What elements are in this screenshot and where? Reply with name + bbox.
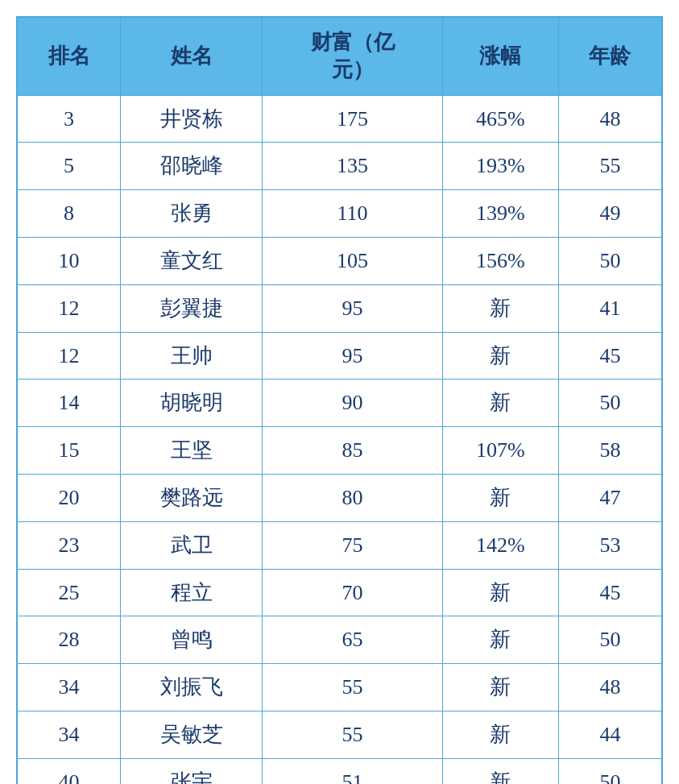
- cell-wealth: 105: [263, 237, 443, 284]
- cell-age: 50: [558, 616, 662, 664]
- cell-name: 曾鸣: [121, 616, 263, 664]
- cell-growth: 新: [443, 569, 559, 616]
- cell-growth: 新: [443, 332, 559, 380]
- cell-age: 50: [558, 237, 662, 284]
- table-row: 40张宇51新50: [17, 758, 662, 784]
- cell-age: 55: [558, 143, 662, 190]
- cell-age: 58: [558, 427, 662, 475]
- table-row: 10童文红105156%50: [17, 237, 662, 284]
- header-name: 姓名: [121, 17, 263, 95]
- header-age: 年龄: [558, 17, 662, 95]
- cell-rank: 34: [17, 664, 121, 711]
- cell-age: 48: [558, 95, 662, 143]
- table-row: 5邵晓峰135193%55: [17, 143, 662, 190]
- cell-wealth: 175: [263, 95, 443, 143]
- cell-age: 50: [558, 380, 662, 427]
- cell-name: 王坚: [121, 427, 263, 475]
- cell-age: 44: [558, 711, 662, 758]
- cell-name: 刘振飞: [121, 664, 263, 711]
- cell-rank: 12: [17, 332, 121, 380]
- cell-rank: 28: [17, 616, 121, 664]
- table-header-row: 排名 姓名 财富（亿元） 涨幅 年龄: [17, 17, 662, 95]
- cell-growth: 新: [443, 616, 559, 664]
- cell-wealth: 90: [263, 380, 443, 427]
- cell-rank: 25: [17, 569, 121, 616]
- cell-rank: 14: [17, 380, 121, 427]
- cell-growth: 新: [443, 711, 559, 758]
- cell-name: 邵晓峰: [121, 143, 263, 190]
- cell-name: 胡晓明: [121, 380, 263, 427]
- cell-wealth: 55: [263, 664, 443, 711]
- cell-name: 井贤栋: [121, 95, 263, 143]
- cell-growth: 新: [443, 664, 559, 711]
- cell-age: 53: [558, 521, 662, 569]
- cell-wealth: 135: [263, 143, 443, 190]
- cell-age: 45: [558, 332, 662, 380]
- cell-wealth: 70: [263, 569, 443, 616]
- cell-growth: 139%: [443, 190, 559, 238]
- cell-age: 50: [558, 758, 662, 784]
- cell-age: 45: [558, 569, 662, 616]
- table-row: 8张勇110139%49: [17, 190, 662, 238]
- cell-name: 童文红: [121, 237, 263, 284]
- table-row: 23武卫75142%53: [17, 521, 662, 569]
- cell-growth: 142%: [443, 521, 559, 569]
- cell-rank: 5: [17, 143, 121, 190]
- table-row: 14胡晓明90新50: [17, 380, 662, 427]
- cell-rank: 40: [17, 758, 121, 784]
- table-row: 34吴敏芝55新44: [17, 711, 662, 758]
- table-row: 15王坚85107%58: [17, 427, 662, 475]
- cell-growth: 156%: [443, 237, 559, 284]
- cell-growth: 193%: [443, 143, 559, 190]
- table-row: 20樊路远80新47: [17, 474, 662, 521]
- table-row: 25程立70新45: [17, 569, 662, 616]
- cell-rank: 15: [17, 427, 121, 475]
- cell-wealth: 51: [263, 758, 443, 784]
- cell-growth: 465%: [443, 95, 559, 143]
- cell-wealth: 80: [263, 474, 443, 521]
- cell-growth: 新: [443, 758, 559, 784]
- wealth-table: 排名 姓名 财富（亿元） 涨幅 年龄 3井贤栋175465%485邵晓峰1351…: [16, 16, 663, 784]
- cell-age: 49: [558, 190, 662, 238]
- header-rank: 排名: [17, 17, 121, 95]
- table-row: 28曾鸣65新50: [17, 616, 662, 664]
- header-wealth: 财富（亿元）: [263, 17, 443, 95]
- cell-growth: 新: [443, 284, 559, 332]
- cell-wealth: 110: [263, 190, 443, 238]
- cell-growth: 新: [443, 474, 559, 521]
- cell-wealth: 55: [263, 711, 443, 758]
- header-growth: 涨幅: [443, 17, 559, 95]
- cell-age: 47: [558, 474, 662, 521]
- cell-rank: 8: [17, 190, 121, 238]
- cell-rank: 10: [17, 237, 121, 284]
- cell-name: 彭翼捷: [121, 284, 263, 332]
- table-row: 3井贤栋175465%48: [17, 95, 662, 143]
- cell-age: 41: [558, 284, 662, 332]
- cell-rank: 20: [17, 474, 121, 521]
- cell-name: 张勇: [121, 190, 263, 238]
- cell-wealth: 65: [263, 616, 443, 664]
- cell-wealth: 75: [263, 521, 443, 569]
- table-row: 12王帅95新45: [17, 332, 662, 380]
- cell-name: 武卫: [121, 521, 263, 569]
- table-row: 12彭翼捷95新41: [17, 284, 662, 332]
- cell-wealth: 85: [263, 427, 443, 475]
- table-row: 34刘振飞55新48: [17, 664, 662, 711]
- cell-growth: 107%: [443, 427, 559, 475]
- cell-name: 程立: [121, 569, 263, 616]
- cell-name: 樊路远: [121, 474, 263, 521]
- cell-rank: 34: [17, 711, 121, 758]
- cell-age: 48: [558, 664, 662, 711]
- cell-rank: 3: [17, 95, 121, 143]
- cell-growth: 新: [443, 380, 559, 427]
- cell-name: 吴敏芝: [121, 711, 263, 758]
- cell-wealth: 95: [263, 284, 443, 332]
- cell-wealth: 95: [263, 332, 443, 380]
- cell-name: 王帅: [121, 332, 263, 380]
- cell-name: 张宇: [121, 758, 263, 784]
- cell-rank: 23: [17, 521, 121, 569]
- cell-rank: 12: [17, 284, 121, 332]
